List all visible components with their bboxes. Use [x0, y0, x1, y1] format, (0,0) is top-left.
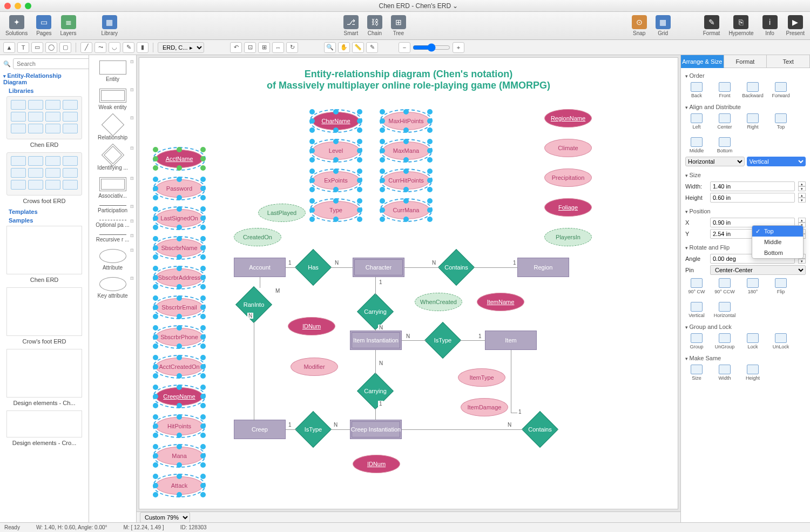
grid-button[interactable]: ▦Grid	[653, 14, 673, 37]
nav-libraries[interactable]: Libraries	[3, 87, 85, 94]
shape-key-attribute[interactable]: Key attribute⊡	[89, 274, 136, 302]
shape-entity[interactable]: Entity⊡	[89, 57, 136, 85]
shape-recursive-r-[interactable]: Recursive r ...⊡	[89, 231, 136, 246]
expand-icon[interactable]: ⊡	[130, 59, 134, 64]
format-button[interactable]: ✎Format	[701, 14, 723, 37]
attr-playersin[interactable]: PlayersIn	[544, 228, 592, 246]
shape-attribute[interactable]: Attribute⊡	[89, 246, 136, 274]
align-horizontal-select[interactable]: Horizontal	[685, 157, 745, 166]
attr-currhitpoints[interactable]: CurrHitPoints	[382, 171, 430, 190]
shape-relationship[interactable]: Relationship⊡	[89, 113, 136, 144]
present-button[interactable]: ▶Present	[784, 14, 807, 37]
attr-precipitation[interactable]: Precipitation	[544, 169, 592, 187]
zoom-select[interactable]: Custom 79%	[140, 512, 190, 523]
same-width[interactable]: Width	[714, 365, 735, 381]
attr-itemtype[interactable]: ItemType	[458, 368, 505, 387]
attr-createdon[interactable]: CreatedOn	[234, 228, 281, 246]
rotate-180-[interactable]: 180°	[742, 278, 763, 294]
attr-sbscrbrname[interactable]: SbscrbrName	[156, 239, 203, 257]
rel-contains[interactable]: Contains	[523, 412, 557, 447]
attr-creepname[interactable]: CreepName	[156, 387, 203, 406]
tab-arrange[interactable]: Arrange & Size	[681, 55, 724, 68]
hand-tool[interactable]: ✋	[338, 42, 350, 53]
zoom-icon[interactable]	[25, 3, 31, 9]
attr-acctcreatedon[interactable]: AcctCreatedOn	[156, 358, 203, 376]
nav-templates[interactable]: Templates	[3, 208, 85, 215]
connector-tool[interactable]: ⤳	[94, 42, 106, 53]
expand-icon[interactable]: ⊡	[130, 276, 134, 281]
sec-position[interactable]: Position	[685, 208, 806, 214]
rotate-vertical[interactable]: Vertical	[686, 302, 707, 318]
ellipse-tool[interactable]: ◯	[45, 42, 57, 53]
entity-item[interactable]: Item	[485, 331, 537, 350]
arc-tool[interactable]: ◡	[109, 42, 120, 53]
expand-icon[interactable]: ⊡	[130, 233, 134, 238]
height-down[interactable]: ▾	[798, 198, 806, 203]
rect-tool[interactable]: ▭	[31, 42, 43, 53]
attr-modifier[interactable]: Modifier	[291, 358, 338, 376]
sample-thumb-1[interactable]	[6, 226, 82, 274]
order-backward[interactable]: Backward	[742, 82, 763, 98]
attr-maxhitpoints[interactable]: MaxHitPoints	[382, 112, 430, 130]
align-left[interactable]: Left	[686, 113, 707, 130]
sec-size[interactable]: Size	[685, 172, 806, 178]
same-height[interactable]: Height	[742, 365, 763, 381]
attr-itemname[interactable]: ItemName	[477, 293, 524, 311]
nav-samples[interactable]: Samples	[3, 217, 85, 224]
rel-raninto[interactable]: RanInto	[237, 287, 271, 322]
measure-tool[interactable]: 📏	[352, 42, 364, 53]
align-center[interactable]: Center	[714, 113, 735, 130]
group-op-button[interactable]: ⊡	[244, 42, 256, 53]
entity-region[interactable]: Region	[517, 258, 569, 277]
attr-lastplayed[interactable]: LastPlayed	[258, 204, 306, 222]
attr-currmana[interactable]: CurrMana	[382, 201, 430, 219]
rotate-flip[interactable]: Flip	[771, 278, 791, 294]
snap-button[interactable]: ⊙Snap	[630, 14, 649, 37]
lib-thumb-chen[interactable]	[6, 96, 82, 139]
zoom-out-button[interactable]: −	[399, 42, 410, 53]
align-top[interactable]: Top	[771, 113, 791, 130]
align-vertical-select[interactable]: Vertical	[747, 157, 806, 166]
shape-associativ-[interactable]: Associativ...⊡	[89, 174, 136, 202]
rotate-horizontal[interactable]: Horizontal	[714, 302, 735, 318]
group-unlock[interactable]: UnLock	[771, 333, 791, 349]
order-back[interactable]: Back	[686, 82, 707, 98]
pointer-tool[interactable]: ▲	[3, 42, 15, 53]
line-tool[interactable]: ╱	[80, 42, 92, 53]
chain-button[interactable]: ⛓Chain	[365, 14, 384, 37]
smart-button[interactable]: ⎇Smart	[341, 14, 361, 37]
expand-icon[interactable]: ⊡	[130, 87, 134, 92]
tree-button[interactable]: ⊞Tree	[389, 14, 408, 37]
height-input[interactable]	[710, 193, 795, 203]
breadcrumb-select[interactable]: ERD, C... ▸	[158, 42, 204, 53]
undo-button[interactable]: ↶	[230, 42, 242, 53]
entity-account[interactable]: Account	[234, 258, 286, 277]
attr-type[interactable]: Type	[312, 201, 360, 219]
height-up[interactable]: ▴	[798, 193, 806, 198]
order-forward[interactable]: Forward	[771, 82, 791, 98]
minimize-icon[interactable]	[15, 3, 21, 9]
pin-select[interactable]: Center-Center	[710, 265, 806, 275]
attr-mana[interactable]: Mana	[156, 447, 203, 465]
attr-password[interactable]: Password	[156, 179, 203, 198]
attr-sbscrbrphone[interactable]: SbscrbrPhone	[156, 328, 203, 346]
solutions-button[interactable]: ✦Solutions	[3, 14, 30, 37]
rel-contains[interactable]: Contains	[439, 250, 474, 285]
group-lock[interactable]: Lock	[742, 333, 763, 349]
pages-button[interactable]: ▭Pages	[34, 14, 53, 37]
align-bottom[interactable]: Bottom	[714, 137, 735, 153]
entity-creep-instantiation[interactable]: Creep Instantiation	[350, 420, 402, 439]
shape-weak-entity[interactable]: Weak entity⊡	[89, 85, 136, 113]
sample-thumb-2[interactable]	[6, 287, 82, 336]
attr-sbscrbremail[interactable]: SbscrbrEmail	[156, 298, 203, 316]
same-size[interactable]: Size	[686, 365, 707, 381]
shape-optional-pa-[interactable]: Optional pa ...⊡	[89, 217, 136, 231]
tab-format[interactable]: Format	[724, 55, 767, 68]
layers-button[interactable]: ≣Layers	[58, 14, 79, 37]
info-button[interactable]: iInfo	[760, 14, 780, 37]
search-input[interactable]	[13, 58, 89, 69]
attr-hitpoints[interactable]: HitPoints	[156, 417, 203, 435]
attr-charname[interactable]: CharName	[312, 112, 360, 130]
expand-icon[interactable]: ⊡	[130, 116, 134, 120]
sample-thumb-3[interactable]	[6, 349, 82, 398]
